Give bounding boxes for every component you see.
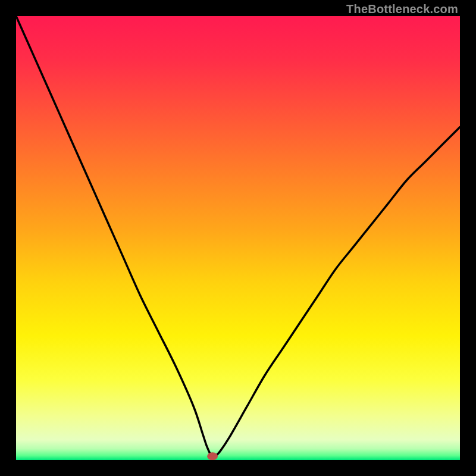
optimum-marker (207, 452, 218, 460)
chart-frame: TheBottleneck.com (0, 0, 476, 476)
plot-area (16, 16, 460, 460)
bottleneck-curve (16, 16, 460, 456)
watermark-label: TheBottleneck.com (346, 2, 458, 16)
curve-layer (16, 16, 460, 460)
